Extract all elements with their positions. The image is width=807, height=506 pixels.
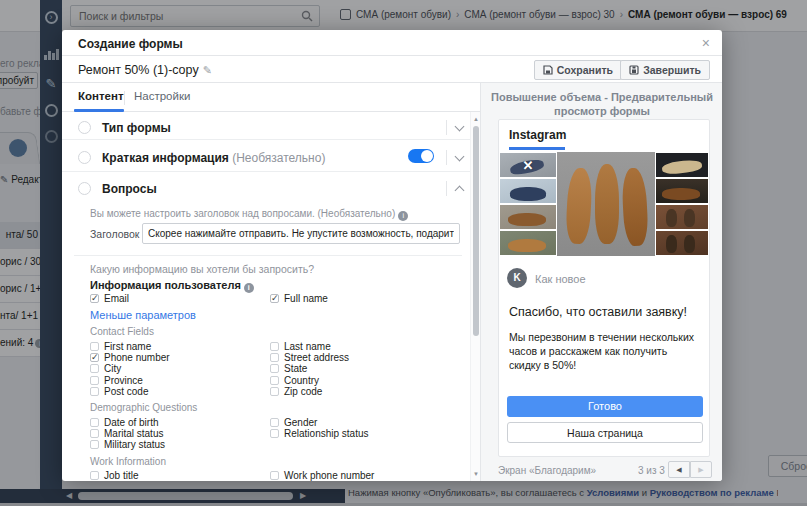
checkbox-state[interactable]: State xyxy=(270,363,307,374)
create-form-modal: Создание формы × Ремонт 50% (1)-copy✎ Со… xyxy=(62,30,722,481)
collage-photo: ✕ xyxy=(499,152,557,178)
preview-pane: Повышение объема - Предварительный просм… xyxy=(480,83,722,481)
checkbox-label: Province xyxy=(104,375,143,386)
checkbox-marital-status[interactable]: Marital status xyxy=(90,428,270,439)
unchecked-checkbox-icon[interactable] xyxy=(90,429,99,438)
form-name: Ремонт 50% (1)-copy xyxy=(78,63,199,77)
preview-title: Повышение объема - Предварительный просм… xyxy=(491,90,713,118)
chevron-up-icon[interactable] xyxy=(455,186,465,196)
checkbox-country[interactable]: Country xyxy=(270,375,319,386)
user-info-title: Информация пользователяi xyxy=(90,279,254,293)
unchecked-checkbox-icon[interactable] xyxy=(270,471,279,480)
collage-photo xyxy=(499,230,557,256)
checkbox-province[interactable]: Province xyxy=(90,375,270,386)
checkbox-label: Full name xyxy=(284,293,328,304)
headline-label: Заголовок xyxy=(90,228,139,240)
less-params-link[interactable]: Меньше параметров xyxy=(90,309,462,321)
checkbox-label: Street address xyxy=(284,352,349,363)
close-icon[interactable]: × xyxy=(702,35,710,51)
prev-screen-button[interactable]: ◀ xyxy=(668,461,690,478)
checkbox-label: Zip code xyxy=(284,386,322,397)
checkbox-label: Email xyxy=(104,293,129,304)
unchecked-checkbox-icon[interactable] xyxy=(270,418,279,427)
unchecked-checkbox-icon[interactable] xyxy=(270,376,279,385)
checkbox-row: Job titleWork phone number xyxy=(90,470,462,481)
checkbox-street-address[interactable]: Street address xyxy=(270,352,349,363)
field-checkbox-area: ✓Email✓Full name Меньше параметров Conta… xyxy=(90,293,462,481)
unchecked-checkbox-icon[interactable] xyxy=(90,418,99,427)
info-icon[interactable]: i xyxy=(398,211,408,221)
preview-card: Instagram ✕ xyxy=(498,119,710,457)
content-scrollbar[interactable]: ▲ ▼ xyxy=(470,112,480,481)
unchecked-checkbox-icon[interactable] xyxy=(270,353,279,362)
section-form-type[interactable]: Тип формы xyxy=(62,112,480,140)
unchecked-checkbox-icon[interactable] xyxy=(270,342,279,351)
tab-instagram[interactable]: Instagram xyxy=(509,128,566,142)
divider xyxy=(74,255,462,256)
unchecked-checkbox-icon[interactable] xyxy=(90,387,99,396)
checkbox-last-name[interactable]: Last name xyxy=(270,341,331,352)
chevron-down-icon[interactable] xyxy=(455,152,465,162)
unchecked-checkbox-icon[interactable] xyxy=(270,429,279,438)
checkbox-gender[interactable]: Gender xyxy=(270,417,317,428)
collage-photo xyxy=(655,178,709,204)
checkbox-label: Military status xyxy=(104,439,165,450)
unchecked-checkbox-icon[interactable] xyxy=(90,376,99,385)
section-divider xyxy=(446,181,447,196)
checkbox-city[interactable]: City xyxy=(90,363,270,374)
checkbox-row: First nameLast name xyxy=(90,340,462,351)
checkbox-post-code[interactable]: Post code xyxy=(90,386,270,397)
unchecked-checkbox-icon[interactable] xyxy=(90,342,99,351)
unchecked-checkbox-icon[interactable] xyxy=(90,440,99,449)
checkbox-job-title[interactable]: Job title xyxy=(90,470,270,481)
checkbox-first-name[interactable]: First name xyxy=(90,341,270,352)
checked-checkbox-icon[interactable]: ✓ xyxy=(270,294,279,303)
scroll-up-icon[interactable]: ▲ xyxy=(472,116,480,122)
tab-settings[interactable]: Настройки xyxy=(134,90,190,102)
tab-divider xyxy=(124,91,125,105)
chevron-down-icon[interactable] xyxy=(455,122,465,132)
checkbox-date-of-birth[interactable]: Date of birth xyxy=(90,417,270,428)
page-avatar: K xyxy=(507,268,527,288)
headline-input[interactable] xyxy=(142,223,460,244)
short-info-toggle[interactable] xyxy=(408,149,434,163)
section-short-info[interactable]: Краткая информация (Необязательно) xyxy=(62,140,480,172)
checkbox-zip-code[interactable]: Zip code xyxy=(270,386,322,397)
screen-label: Экран «Благодарим» xyxy=(498,465,596,476)
section-divider xyxy=(446,120,447,135)
field-group-title: Demographic Questions xyxy=(90,402,462,413)
collage-photo xyxy=(655,230,709,256)
unchecked-checkbox-icon[interactable] xyxy=(90,471,99,480)
checkbox-label: Last name xyxy=(284,341,331,352)
finish-icon xyxy=(629,65,639,75)
done-button[interactable]: Готово xyxy=(507,396,703,417)
checked-checkbox-icon[interactable]: ✓ xyxy=(90,294,99,303)
tab-content[interactable]: Контент xyxy=(78,90,124,102)
section-questions[interactable]: Вопросы xyxy=(62,172,480,202)
checkbox-label: Work phone number xyxy=(284,470,374,481)
scroll-down-icon[interactable]: ▼ xyxy=(472,471,480,477)
checkbox-phone-number[interactable]: ✓Phone number xyxy=(90,352,270,363)
checkbox-work-phone-number[interactable]: Work phone number xyxy=(270,470,374,481)
checkbox-email[interactable]: ✓Email xyxy=(90,293,270,304)
checked-checkbox-icon[interactable]: ✓ xyxy=(90,353,99,362)
info-icon[interactable]: i xyxy=(244,283,254,293)
our-page-button[interactable]: Наша страница xyxy=(507,422,703,443)
checkbox-military-status[interactable]: Military status xyxy=(90,439,270,450)
edit-name-icon[interactable]: ✎ xyxy=(203,64,212,76)
form-name-row: Ремонт 50% (1)-copy✎ Сохранить Завершить xyxy=(62,56,722,83)
checkbox-full-name[interactable]: ✓Full name xyxy=(270,293,328,304)
checkbox-label: Relationship status xyxy=(284,428,369,439)
unchecked-checkbox-icon[interactable] xyxy=(270,387,279,396)
save-button[interactable]: Сохранить xyxy=(534,60,622,80)
checkbox-relationship-status[interactable]: Relationship status xyxy=(270,428,369,439)
checkbox-label: First name xyxy=(104,341,151,352)
remove-photo-icon[interactable]: ✕ xyxy=(523,158,534,173)
next-screen-button[interactable]: ▶ xyxy=(690,461,712,478)
unchecked-checkbox-icon[interactable] xyxy=(90,364,99,373)
unchecked-checkbox-icon[interactable] xyxy=(270,364,279,373)
finish-button[interactable]: Завершить xyxy=(620,60,710,80)
page-name: Как новое xyxy=(535,273,586,285)
collage-main-photo xyxy=(557,152,655,256)
scrollbar-thumb[interactable] xyxy=(473,126,479,336)
